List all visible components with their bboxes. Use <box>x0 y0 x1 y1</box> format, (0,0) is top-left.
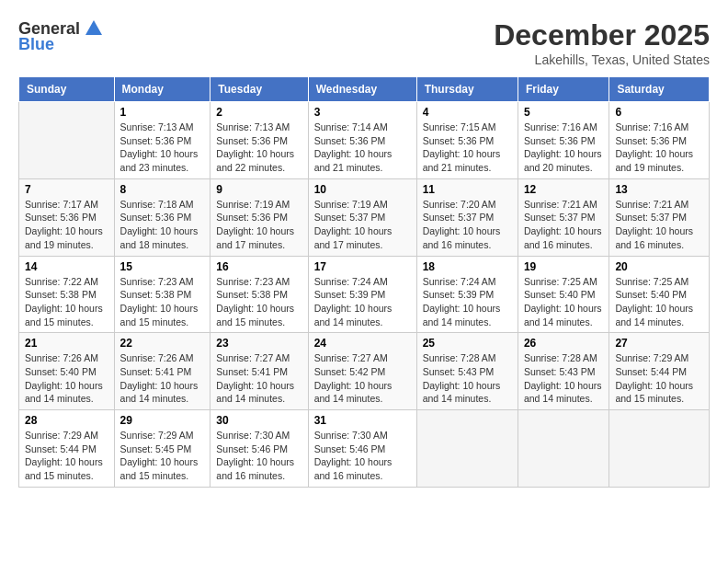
col-header-thursday: Thursday <box>416 77 518 102</box>
calendar-week-4: 21 Sunrise: 7:26 AM Sunset: 5:40 PM Dayl… <box>19 333 710 410</box>
col-header-sunday: Sunday <box>19 77 115 102</box>
sunset: Sunset: 5:46 PM <box>314 443 386 454</box>
sunset: Sunset: 5:36 PM <box>314 135 386 146</box>
sunset: Sunset: 5:40 PM <box>524 289 596 300</box>
sunrise: Sunrise: 7:29 AM <box>120 430 194 441</box>
sunset: Sunset: 5:39 PM <box>423 289 495 300</box>
day-number: 14 <box>25 260 108 273</box>
day-number: 11 <box>423 183 512 196</box>
calendar-cell: 4 Sunrise: 7:15 AM Sunset: 5:36 PM Dayli… <box>416 102 518 179</box>
day-info: Sunrise: 7:27 AM Sunset: 5:42 PM Dayligh… <box>314 351 411 406</box>
logo-blue-text: Blue <box>18 35 54 54</box>
day-info: Sunrise: 7:24 AM Sunset: 5:39 PM Dayligh… <box>423 275 512 329</box>
sunset: Sunset: 5:41 PM <box>216 366 288 377</box>
day-info: Sunrise: 7:28 AM Sunset: 5:43 PM Dayligh… <box>524 351 604 406</box>
calendar-cell: 18 Sunrise: 7:24 AM Sunset: 5:39 PM Dayl… <box>416 256 518 333</box>
calendar-cell <box>19 102 115 179</box>
location: Lakehills, Texas, United States <box>494 52 710 67</box>
daylight: Daylight: 10 hours and 20 minutes. <box>524 148 602 173</box>
day-info: Sunrise: 7:29 AM Sunset: 5:44 PM Dayligh… <box>615 351 703 406</box>
sunrise: Sunrise: 7:20 AM <box>423 199 496 210</box>
calendar-cell <box>609 410 710 488</box>
calendar-cell: 30 Sunrise: 7:30 AM Sunset: 5:46 PM Dayl… <box>210 410 308 488</box>
day-info: Sunrise: 7:13 AM Sunset: 5:36 PM Dayligh… <box>216 121 301 175</box>
sunset: Sunset: 5:36 PM <box>615 135 687 146</box>
daylight: Daylight: 10 hours and 14 minutes. <box>524 380 602 405</box>
calendar-cell: 19 Sunrise: 7:25 AM Sunset: 5:40 PM Dayl… <box>518 256 609 333</box>
daylight: Daylight: 10 hours and 14 minutes. <box>524 303 602 327</box>
logo-icon <box>84 18 104 39</box>
day-number: 16 <box>216 260 301 273</box>
sunset: Sunset: 5:36 PM <box>120 135 192 146</box>
sunset: Sunset: 5:44 PM <box>25 443 97 454</box>
month-title: December 2025 <box>494 18 710 52</box>
day-info: Sunrise: 7:25 AM Sunset: 5:40 PM Dayligh… <box>524 275 604 329</box>
sunset: Sunset: 5:37 PM <box>615 212 687 223</box>
daylight: Daylight: 10 hours and 14 minutes. <box>216 380 294 405</box>
sunrise: Sunrise: 7:18 AM <box>120 199 194 210</box>
day-info: Sunrise: 7:16 AM Sunset: 5:36 PM Dayligh… <box>524 121 604 175</box>
daylight: Daylight: 10 hours and 14 minutes. <box>314 380 392 405</box>
sunset: Sunset: 5:43 PM <box>423 366 495 377</box>
day-info: Sunrise: 7:18 AM Sunset: 5:36 PM Dayligh… <box>120 198 205 252</box>
day-info: Sunrise: 7:15 AM Sunset: 5:36 PM Dayligh… <box>423 121 512 175</box>
sunset: Sunset: 5:38 PM <box>25 289 97 300</box>
daylight: Daylight: 10 hours and 15 minutes. <box>216 303 294 327</box>
daylight: Daylight: 10 hours and 14 minutes. <box>423 380 501 405</box>
sunrise: Sunrise: 7:30 AM <box>314 430 388 441</box>
calendar-cell: 27 Sunrise: 7:29 AM Sunset: 5:44 PM Dayl… <box>609 333 710 410</box>
calendar-cell: 1 Sunrise: 7:13 AM Sunset: 5:36 PM Dayli… <box>114 102 210 179</box>
sunrise: Sunrise: 7:27 AM <box>216 352 290 363</box>
calendar-cell: 13 Sunrise: 7:21 AM Sunset: 5:37 PM Dayl… <box>609 178 710 256</box>
sunrise: Sunrise: 7:19 AM <box>314 199 388 210</box>
sunrise: Sunrise: 7:23 AM <box>120 276 194 287</box>
daylight: Daylight: 10 hours and 14 minutes. <box>120 380 199 405</box>
daylight: Daylight: 10 hours and 14 minutes. <box>615 303 693 327</box>
day-info: Sunrise: 7:23 AM Sunset: 5:38 PM Dayligh… <box>120 275 205 329</box>
daylight: Daylight: 10 hours and 15 minutes. <box>120 303 199 327</box>
calendar-table: SundayMondayTuesdayWednesdayThursdayFrid… <box>18 76 710 488</box>
sunrise: Sunrise: 7:24 AM <box>423 276 496 287</box>
daylight: Daylight: 10 hours and 15 minutes. <box>25 303 103 327</box>
calendar-cell: 5 Sunrise: 7:16 AM Sunset: 5:36 PM Dayli… <box>518 102 609 179</box>
day-number: 10 <box>314 183 411 196</box>
sunset: Sunset: 5:36 PM <box>25 212 97 223</box>
sunset: Sunset: 5:43 PM <box>524 366 596 377</box>
day-number: 4 <box>423 106 512 119</box>
day-number: 24 <box>314 337 411 350</box>
day-number: 8 <box>120 183 205 196</box>
day-info: Sunrise: 7:28 AM Sunset: 5:43 PM Dayligh… <box>423 351 512 406</box>
day-info: Sunrise: 7:17 AM Sunset: 5:36 PM Dayligh… <box>25 198 108 252</box>
day-number: 18 <box>423 260 512 273</box>
sunset: Sunset: 5:42 PM <box>314 366 386 377</box>
daylight: Daylight: 10 hours and 16 minutes. <box>423 225 501 250</box>
sunrise: Sunrise: 7:13 AM <box>216 121 290 132</box>
day-info: Sunrise: 7:22 AM Sunset: 5:38 PM Dayligh… <box>25 275 108 329</box>
day-number: 20 <box>615 260 703 273</box>
calendar-cell: 17 Sunrise: 7:24 AM Sunset: 5:39 PM Dayl… <box>308 256 416 333</box>
day-number: 29 <box>120 414 205 427</box>
sunset: Sunset: 5:37 PM <box>524 212 596 223</box>
day-number: 7 <box>25 183 108 196</box>
sunset: Sunset: 5:37 PM <box>314 212 386 223</box>
logo: General Blue <box>18 18 104 54</box>
calendar-cell: 15 Sunrise: 7:23 AM Sunset: 5:38 PM Dayl… <box>114 256 210 333</box>
calendar-cell: 11 Sunrise: 7:20 AM Sunset: 5:37 PM Dayl… <box>416 178 518 256</box>
col-header-wednesday: Wednesday <box>308 77 416 102</box>
daylight: Daylight: 10 hours and 16 minutes. <box>216 456 294 481</box>
col-header-saturday: Saturday <box>609 77 710 102</box>
calendar-header-row: SundayMondayTuesdayWednesdayThursdayFrid… <box>19 77 710 102</box>
day-info: Sunrise: 7:16 AM Sunset: 5:36 PM Dayligh… <box>615 121 703 175</box>
day-info: Sunrise: 7:30 AM Sunset: 5:46 PM Dayligh… <box>216 429 301 483</box>
sunrise: Sunrise: 7:19 AM <box>216 199 290 210</box>
page-header: General Blue December 2025 Lakehills, Te… <box>18 18 710 67</box>
daylight: Daylight: 10 hours and 16 minutes. <box>314 456 392 481</box>
day-info: Sunrise: 7:25 AM Sunset: 5:40 PM Dayligh… <box>615 275 703 329</box>
day-number: 15 <box>120 260 205 273</box>
sunrise: Sunrise: 7:28 AM <box>423 352 496 363</box>
calendar-cell: 29 Sunrise: 7:29 AM Sunset: 5:45 PM Dayl… <box>114 410 210 488</box>
sunrise: Sunrise: 7:24 AM <box>314 276 388 287</box>
sunrise: Sunrise: 7:29 AM <box>615 352 688 363</box>
day-number: 9 <box>216 183 301 196</box>
daylight: Daylight: 10 hours and 15 minutes. <box>615 380 693 405</box>
